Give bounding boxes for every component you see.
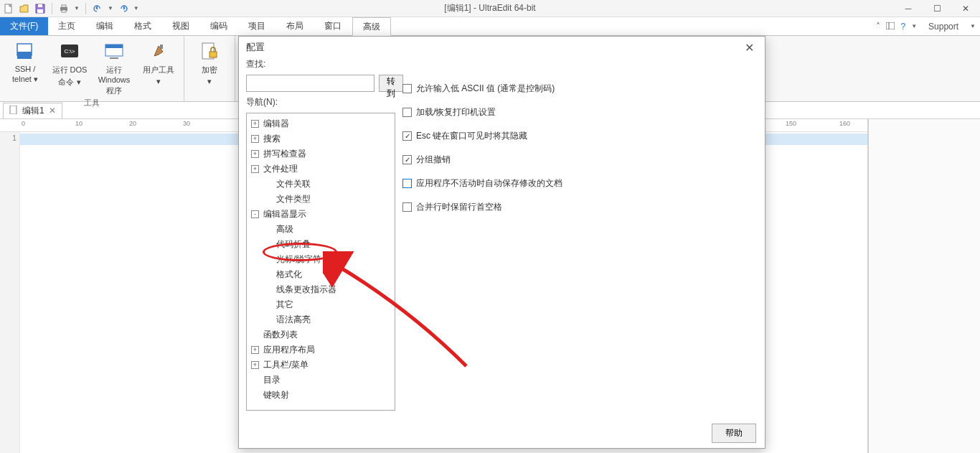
tree-item[interactable]: 其它	[248, 297, 393, 312]
save-icon[interactable]	[34, 3, 46, 14]
tree-item[interactable]: 目录	[248, 373, 393, 388]
tree-item[interactable]: +应用程序布局	[248, 342, 393, 358]
ribbon-tab-5[interactable]: 项目	[238, 17, 276, 35]
tree-item[interactable]: 格式化	[248, 267, 393, 282]
option-label: 加载/恢复打印机设置	[416, 106, 496, 118]
dropdown-icon[interactable]: ▼	[911, 23, 917, 29]
tree-toggle-icon[interactable]: +	[251, 165, 259, 173]
tree-toggle-icon[interactable]: +	[251, 135, 259, 143]
quick-access-toolbar: ▼ ▼ ▼ [编辑1] - UltraEdit 64-bit ─ ☐ ✕	[0, 0, 980, 17]
dropdown-icon[interactable]: ▼	[970, 23, 976, 29]
ribbon-tab-6[interactable]: 布局	[276, 17, 314, 35]
redo-icon[interactable]	[118, 3, 129, 14]
nav-label: 导航(N):	[246, 96, 395, 108]
dropdown-icon[interactable]: ▼	[108, 5, 113, 11]
tree-item[interactable]: 线条更改指示器	[248, 282, 393, 297]
ribbon-item[interactable]: C:\>运行 DOS命令 ▾	[50, 39, 89, 96]
tree-toggle-icon[interactable]: +	[251, 361, 259, 369]
tree-item-label: 语法高亮	[273, 314, 311, 326]
ribbon-group-encrypt: 加密▾	[184, 36, 235, 101]
tree-item[interactable]: -编辑器显示	[248, 207, 393, 222]
option-row: 分组撤销	[402, 148, 758, 172]
checkbox[interactable]	[402, 84, 412, 93]
minimize-button[interactable]: ─	[894, 0, 923, 17]
ribbon-tab-1[interactable]: 编辑	[86, 17, 124, 35]
tree-item-label: 代码折叠	[273, 238, 311, 251]
tree-toggle-icon[interactable]: +	[251, 346, 259, 354]
tree-item[interactable]: 高级	[248, 222, 393, 237]
option-label: 合并行时保留行首空格	[416, 201, 502, 213]
svg-rect-7	[886, 22, 895, 29]
option-row: 加载/恢复打印机设置	[402, 101, 758, 124]
tree-toggle-icon[interactable]: +	[251, 150, 259, 158]
svg-rect-10	[17, 52, 32, 59]
ribbon-tab-7[interactable]: 窗口	[314, 17, 352, 35]
goto-button[interactable]: 转到	[379, 75, 403, 92]
new-file-icon[interactable]	[3, 3, 14, 14]
close-tab-icon[interactable]: ✕	[49, 106, 56, 116]
ribbon-item[interactable]: SSH /telnet ▾	[6, 39, 44, 96]
document-tab[interactable]: 编辑1 ✕	[3, 103, 62, 118]
tree-item[interactable]: 光标/脱字符	[248, 252, 393, 267]
ribbon-tab-3[interactable]: 视图	[162, 17, 200, 35]
dialog-close-button[interactable]: ✕	[740, 41, 758, 55]
checkbox[interactable]	[402, 202, 412, 212]
help-icon[interactable]: ?	[900, 22, 905, 32]
ribbon-item-icon	[103, 40, 126, 63]
dropdown-icon[interactable]: ▼	[74, 5, 80, 11]
support-button[interactable]: Support	[923, 22, 964, 32]
checkbox[interactable]	[402, 155, 412, 164]
tree-item[interactable]: +编辑器	[248, 116, 393, 131]
ribbon-item-icon	[147, 40, 170, 63]
dialog-title-text: 配置	[246, 41, 265, 54]
tree-item-label: 其它	[273, 299, 293, 311]
tree-item-label: 文件类型	[273, 193, 311, 205]
tree-item-label: 编辑器显示	[260, 208, 306, 220]
open-file-icon[interactable]	[19, 3, 30, 14]
help-button[interactable]: 帮助	[712, 424, 756, 443]
ribbon-tabs: 文件(F) 主页编辑格式视图编码项目布局窗口高级 ˄ ? ▼ Support ▼	[0, 17, 980, 36]
print-icon[interactable]	[58, 3, 70, 14]
dropdown-icon[interactable]: ▼	[133, 5, 139, 11]
tree-item-label: 搜索	[260, 133, 281, 145]
tree-item-label: 应用程序布局	[260, 344, 315, 356]
tree-item[interactable]: +搜索	[248, 131, 393, 146]
ribbon-tab-8[interactable]: 高级	[352, 17, 391, 36]
tree-item[interactable]: +拼写检查器	[248, 146, 393, 162]
nav-tree[interactable]: +编辑器+搜索+拼写检查器+文件处理文件关联文件类型-编辑器显示高级代码折叠光标…	[246, 113, 395, 411]
ribbon-item-icon	[14, 40, 37, 63]
ribbon-group-label	[190, 97, 229, 100]
tree-item[interactable]: 文件类型	[248, 192, 393, 207]
dialog-body: 查找: 转到 导航(N): +编辑器+搜索+拼写检查器+文件处理文件关联文件类型…	[239, 58, 765, 418]
ribbon-item-icon: C:\>	[58, 40, 81, 63]
ribbon-item[interactable]: 用户工具▾	[139, 39, 178, 96]
tree-item[interactable]: 函数列表	[248, 327, 393, 342]
file-tab[interactable]: 文件(F)	[0, 17, 48, 35]
tree-item-label: 目录	[260, 374, 281, 386]
tree-item[interactable]: +文件处理	[248, 162, 393, 177]
tree-item[interactable]: 键映射	[248, 388, 393, 403]
ribbon-item[interactable]: 运行 Windows程序	[95, 39, 133, 96]
tree-item[interactable]: 文件关联	[248, 177, 393, 192]
undo-icon[interactable]	[92, 3, 103, 14]
tree-item-label: 工具栏/菜单	[260, 359, 308, 371]
tree-toggle-icon[interactable]: +	[251, 120, 259, 128]
svg-rect-2	[37, 9, 43, 13]
ribbon-item-encrypt[interactable]: 加密▾	[190, 39, 229, 97]
tree-item-label: 线条更改指示器	[273, 284, 336, 296]
ribbon-tab-4[interactable]: 编码	[200, 17, 238, 35]
close-button[interactable]: ✕	[951, 0, 980, 17]
checkbox[interactable]	[402, 108, 412, 117]
collapse-ribbon-icon[interactable]: ˄	[876, 22, 880, 32]
checkbox[interactable]	[402, 131, 412, 141]
checkbox[interactable]	[402, 179, 412, 188]
tree-toggle-icon[interactable]: -	[251, 210, 259, 218]
tree-item[interactable]: +工具栏/菜单	[248, 358, 393, 373]
tree-item[interactable]: 代码折叠	[248, 237, 393, 252]
find-input[interactable]	[246, 75, 374, 92]
layout-icon[interactable]	[886, 22, 895, 32]
ribbon-tab-2[interactable]: 格式	[124, 17, 162, 35]
ribbon-tab-0[interactable]: 主页	[48, 17, 86, 35]
tree-item[interactable]: 语法高亮	[248, 312, 393, 327]
maximize-button[interactable]: ☐	[923, 0, 951, 17]
